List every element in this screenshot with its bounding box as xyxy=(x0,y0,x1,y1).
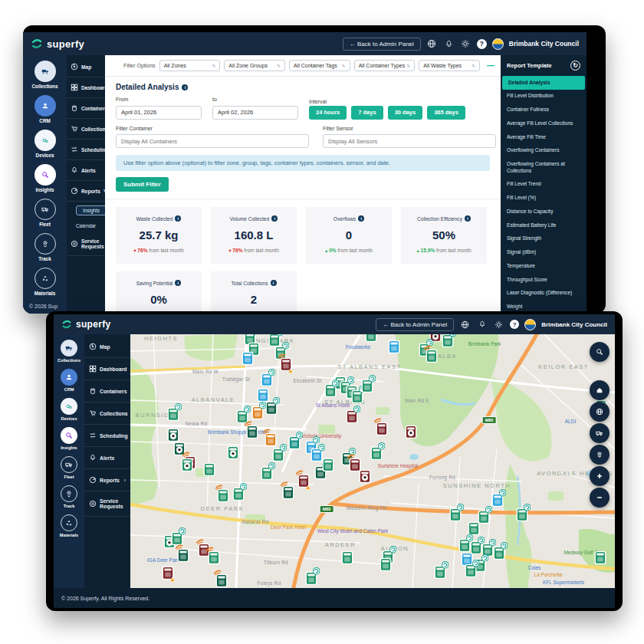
sidebar-item-containers[interactable]: Containers xyxy=(84,380,130,402)
container-marker[interactable] xyxy=(175,544,192,564)
container-marker[interactable] xyxy=(592,546,609,567)
map-control-search[interactable] xyxy=(590,342,610,362)
map-control-fleet[interactable] xyxy=(590,423,610,443)
sidebar-item-collections[interactable]: Collections xyxy=(84,402,130,425)
back-to-admin-button[interactable]: ← Back to Admin Panel xyxy=(343,38,421,51)
bell-icon[interactable] xyxy=(443,38,455,50)
info-icon[interactable]: i xyxy=(465,215,471,222)
map-canvas[interactable]: HEIGHTSKINGS PARKST ALBANS EASTFoodworks… xyxy=(130,334,615,588)
container-marker[interactable] xyxy=(439,334,456,350)
report-template-item-fill-level-[interactable]: Fill Level (%) xyxy=(501,192,586,205)
report-template-item-overflowing-containers-at-collections[interactable]: Overflowing Containers at Collections xyxy=(501,158,586,178)
gear-icon[interactable] xyxy=(460,38,472,50)
container-marker[interactable] xyxy=(258,462,275,482)
interval-button-7-days[interactable]: 7 days xyxy=(351,106,383,120)
report-template-item-average-fill-level-collections[interactable]: Average Fill Level Collections xyxy=(501,117,586,130)
report-template-item-signal-dbm-[interactable]: Signal (dBm) xyxy=(501,246,586,260)
container-marker[interactable] xyxy=(359,374,376,395)
info-icon[interactable]: i xyxy=(271,215,278,222)
container-marker[interactable] xyxy=(373,417,390,438)
report-template-item-average-fill-time[interactable]: Average Fill Time xyxy=(501,130,586,144)
container-marker[interactable] xyxy=(280,481,297,501)
container-marker[interactable] xyxy=(363,334,380,344)
sidebar-item-alerts[interactable]: Alerts xyxy=(84,447,130,469)
info-icon[interactable]: i xyxy=(175,215,181,222)
container-marker[interactable] xyxy=(386,335,402,356)
interval-button-365-days[interactable]: 365 days xyxy=(427,106,465,120)
report-template-item-temperature[interactable]: Temperature xyxy=(501,259,586,273)
submit-filter-button[interactable]: Submit Filter xyxy=(116,177,169,192)
container-marker[interactable] xyxy=(249,401,266,422)
interval-button-30-days[interactable]: 30 days xyxy=(388,106,423,120)
sidebar-item-reports[interactable]: Reports› xyxy=(84,469,130,491)
report-template-item-fill-level-trend[interactable]: Fill Level Trend xyxy=(501,178,586,192)
report-template-item-container-fullness[interactable]: Container Fullness xyxy=(501,104,586,117)
back-to-admin-button[interactable]: ← Back to Admin Panel xyxy=(376,318,454,331)
rail-item-crm[interactable]: CRM xyxy=(54,369,84,392)
container-marker[interactable] xyxy=(432,560,449,581)
container-marker[interactable] xyxy=(423,344,440,365)
sidebar-item-alerts[interactable]: Alerts xyxy=(67,160,105,181)
map-control-globe[interactable] xyxy=(590,402,610,422)
report-template-item-overflowing-containers[interactable]: Overflowing Containers xyxy=(501,144,586,158)
collapse-filters-icon[interactable]: — xyxy=(487,61,495,70)
globe-icon[interactable] xyxy=(426,38,438,50)
sidebar-item-map[interactable]: Map xyxy=(84,336,130,358)
container-marker[interactable] xyxy=(201,458,218,478)
container-marker[interactable] xyxy=(159,561,176,582)
container-marker[interactable] xyxy=(368,442,385,462)
container-marker[interactable] xyxy=(343,405,360,426)
map-control-home[interactable] xyxy=(590,380,610,400)
sidebar-item-scheduling[interactable]: Scheduling› xyxy=(84,425,130,447)
help-icon[interactable]: ? xyxy=(510,320,519,329)
sidebar-item-scheduling[interactable]: Scheduling› xyxy=(67,140,105,160)
report-template-item-fill-level-distribution[interactable]: Fill Level Distribution xyxy=(501,90,586,104)
container-marker[interactable] xyxy=(225,441,242,462)
container-marker[interactable] xyxy=(165,402,182,423)
info-icon[interactable]: i xyxy=(358,215,364,222)
rail-item-materials[interactable]: Materials xyxy=(54,514,84,537)
info-icon[interactable]: i xyxy=(182,84,188,90)
info-icon[interactable]: i xyxy=(175,280,181,286)
container-marker[interactable] xyxy=(303,567,320,587)
container-marker[interactable] xyxy=(402,420,419,441)
from-date-input[interactable] xyxy=(116,106,202,120)
rail-item-crm[interactable]: CRM xyxy=(23,95,67,123)
report-template-item-throughput-score[interactable]: Throughput Score xyxy=(501,273,586,287)
container-marker[interactable] xyxy=(322,379,339,399)
container-marker[interactable] xyxy=(239,347,256,367)
container-marker[interactable] xyxy=(286,431,303,452)
to-date-input[interactable] xyxy=(212,106,298,120)
rail-item-fleet[interactable]: Fleet xyxy=(54,456,84,479)
globe-icon[interactable] xyxy=(459,319,471,330)
sidebar-item-dashboard[interactable]: Dashboard xyxy=(84,358,130,380)
map-control-zoom-in[interactable] xyxy=(590,466,610,486)
report-template-item-estimated-battery-life[interactable]: Estimated Battery Life xyxy=(501,219,586,232)
report-template-item-detailed-analysis[interactable]: Detailed Analysis xyxy=(502,76,585,90)
rail-item-fleet[interactable]: Fleet xyxy=(23,199,67,227)
filter-pill-all-container-tags[interactable]: All Container Tags✎ xyxy=(289,60,350,71)
rail-item-collections[interactable]: Collections xyxy=(54,340,84,363)
info-icon[interactable]: i xyxy=(271,280,277,286)
container-marker[interactable] xyxy=(514,503,531,524)
sidebar-item-collections[interactable]: Collections xyxy=(67,119,105,140)
filter-pill-all-waste-types[interactable]: All Waste Types✎ xyxy=(419,60,480,71)
report-refresh-icon[interactable]: ↻ xyxy=(570,61,580,71)
map-control-zoom-out[interactable] xyxy=(590,488,610,508)
rail-item-materials[interactable]: Materials xyxy=(23,268,67,296)
filter-pill-all-zones[interactable]: All Zones✎ xyxy=(159,60,221,71)
container-marker[interactable] xyxy=(339,546,356,567)
container-marker[interactable] xyxy=(213,569,230,588)
rail-item-insights[interactable]: Insights xyxy=(54,427,84,450)
report-template-item-laser-diagnostic-difference-[interactable]: Laser Diagnostic (Difference) xyxy=(501,287,586,301)
container-marker[interactable] xyxy=(270,443,287,464)
gear-icon[interactable] xyxy=(493,319,504,330)
sidebar-item-map[interactable]: Map xyxy=(67,57,105,77)
container-marker[interactable] xyxy=(205,546,222,567)
rail-item-insights[interactable]: Insights xyxy=(23,164,67,192)
container-marker[interactable] xyxy=(491,541,508,562)
sidebar-item-reports[interactable]: Reports▾ xyxy=(67,181,105,202)
container-marker[interactable] xyxy=(356,465,373,485)
container-marker[interactable] xyxy=(295,469,312,490)
filter-sensor-input[interactable] xyxy=(323,134,496,148)
